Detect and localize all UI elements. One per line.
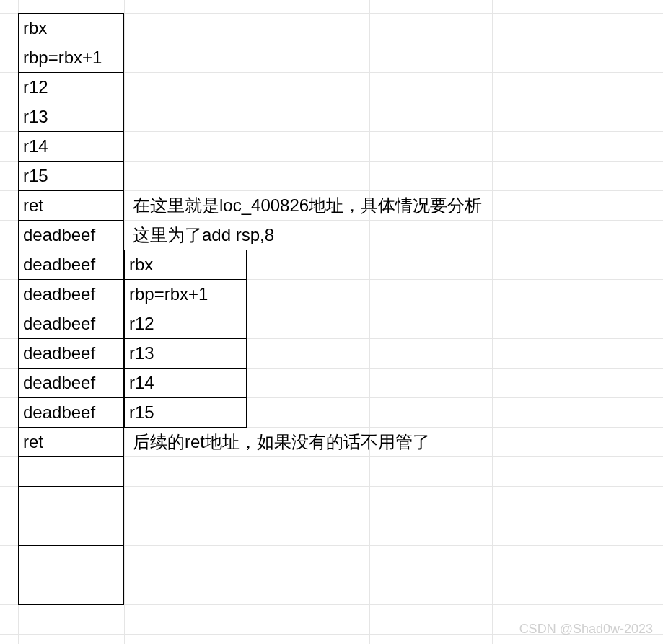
col-a-cell[interactable]: deadbeef [18, 279, 124, 309]
watermark: CSDN @Shad0w-2023 [519, 622, 653, 637]
col-a-cell[interactable] [18, 575, 124, 605]
row-note[interactable]: 这里为了add rsp,8 [128, 220, 278, 250]
col-b-cell[interactable]: r14 [124, 368, 247, 398]
col-a-cell[interactable]: r12 [18, 72, 124, 102]
col-a-cell[interactable] [18, 486, 124, 516]
col-b-cell[interactable]: r15 [124, 397, 247, 428]
col-a-cell[interactable]: r15 [18, 161, 124, 191]
col-a-cell[interactable]: deadbeef [18, 397, 124, 428]
col-a-cell[interactable]: deadbeef [18, 220, 124, 250]
col-b-cell[interactable]: rbp=rbx+1 [124, 279, 247, 309]
col-a-cell[interactable] [18, 545, 124, 575]
col-a-cell[interactable]: deadbeef [18, 368, 124, 398]
col-a-cell[interactable] [18, 456, 124, 487]
col-a-cell[interactable]: rbx [18, 13, 124, 43]
col-a-cell[interactable]: deadbeef [18, 309, 124, 339]
row-note[interactable]: 在这里就是loc_400826地址，具体情况要分析 [128, 190, 486, 221]
col-a-cell[interactable] [18, 516, 124, 546]
col-a-cell[interactable]: r14 [18, 131, 124, 162]
col-a-cell[interactable]: deadbeef [18, 250, 124, 280]
col-a-cell[interactable]: ret [18, 190, 124, 221]
spreadsheet: rbxrbp=rbx+1r12r13r14r15ret在这里就是loc_4008… [0, 0, 663, 644]
col-a-cell[interactable]: rbp=rbx+1 [18, 43, 124, 73]
col-a-cell[interactable]: ret [18, 427, 124, 457]
col-a-cell[interactable]: r13 [18, 102, 124, 132]
col-b-cell[interactable]: rbx [124, 250, 247, 280]
col-b-cell[interactable]: r13 [124, 338, 247, 369]
col-a-cell[interactable]: deadbeef [18, 338, 124, 369]
row-note[interactable]: 后续的ret地址，如果没有的话不用管了 [128, 427, 434, 457]
col-b-cell[interactable]: r12 [124, 309, 247, 339]
